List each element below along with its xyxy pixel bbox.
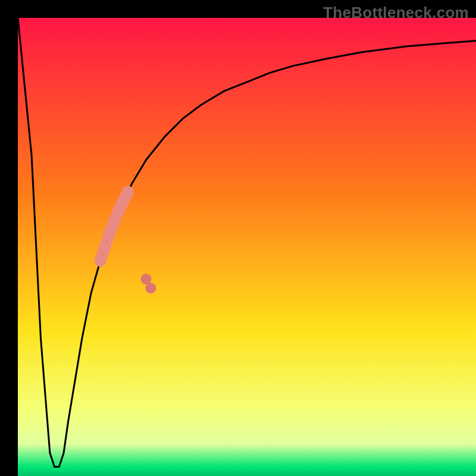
chart-frame: TheBottleneck.com [0,0,476,476]
marker-dot [145,283,156,293]
chart-svg [18,18,476,476]
gradient-background [18,18,476,476]
marker-dot [95,255,107,267]
watermark-text: TheBottleneck.com [323,4,469,22]
marker-dot [104,227,115,239]
marker-dot [99,241,111,253]
marker-dot [141,274,152,284]
plot-area [18,18,476,476]
marker-dot [108,216,120,228]
marker-dot [122,186,134,198]
